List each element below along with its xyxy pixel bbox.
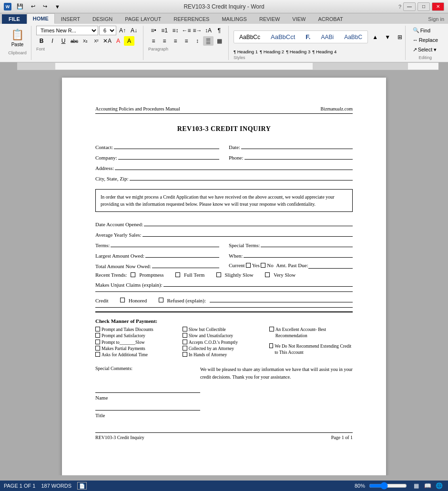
terms-label: Terms: — [95, 242, 110, 248]
phone-line — [244, 153, 353, 160]
notice-box: In order that we might process a Credit … — [95, 189, 353, 212]
tab-references[interactable]: REFERENCES — [167, 14, 215, 24]
quick-save-btn[interactable]: 💾 — [14, 2, 26, 11]
numbering-btn[interactable]: ≡1 — [159, 26, 170, 35]
address-line — [115, 163, 353, 170]
clear-formatting-btn[interactable]: ✕A — [102, 36, 112, 46]
date-label: Date: — [229, 144, 240, 150]
find-btn[interactable]: 🔍 Find — [410, 26, 440, 35]
align-left-btn[interactable]: ≡ — [148, 36, 159, 46]
replace-btn[interactable]: ↔ Replace — [410, 36, 440, 44]
style-heading2[interactable]: F. — [301, 32, 315, 42]
manner-item-7: Slow and Unsatisfactory — [183, 333, 266, 339]
manner-cb-9 — [183, 346, 187, 351]
manner-label-8: Accepts C.O.D.'s Promptly — [189, 340, 238, 346]
manner-cb-7 — [183, 333, 187, 338]
divider2 — [95, 307, 353, 308]
styles-expand[interactable]: ⊞ — [395, 32, 405, 42]
avg-sales-line — [143, 230, 353, 237]
contact-line — [114, 142, 219, 149]
amt-past-due-label: Amt. Past Due: — [276, 262, 308, 268]
align-right-btn[interactable]: ≡ — [170, 36, 181, 46]
help-icon[interactable]: ? — [398, 4, 401, 10]
justify-btn[interactable]: ≡ — [181, 36, 192, 46]
align-center-btn[interactable]: ≡ — [159, 36, 170, 46]
company-phone-row: Company: Phone: — [95, 153, 353, 160]
manner-item-11: An Excellent Account- Best Recommendatio… — [269, 327, 353, 340]
special-section: Special Comments: We will be pleased to … — [95, 366, 353, 381]
font-name-selector[interactable]: Times New R... — [36, 26, 98, 35]
styles-scroll-up[interactable]: ▲ — [370, 32, 380, 42]
strikethrough-btn[interactable]: abc — [69, 36, 80, 46]
manner-cb-11 — [269, 327, 274, 331]
quick-extra-btn[interactable]: ▼ — [52, 2, 62, 11]
quick-redo-btn[interactable]: ↪ — [41, 2, 50, 11]
svg-rect-1 — [17, 63, 55, 70]
style-heading3[interactable]: AABi — [316, 32, 338, 42]
contact-date-row: Contact: Date: — [95, 142, 353, 150]
multilevel-btn[interactable]: ≡↕ — [170, 26, 181, 35]
font-shrink-btn[interactable]: A↓ — [129, 26, 139, 35]
maximize-btn[interactable]: □ — [417, 2, 430, 11]
bold-btn[interactable]: B — [36, 36, 47, 46]
italic-btn[interactable]: I — [47, 36, 58, 46]
decrease-indent-btn[interactable]: ←≡ — [181, 26, 192, 35]
tab-home[interactable]: HOME — [27, 13, 55, 24]
tab-page-layout[interactable]: PAGE LAYOUT — [119, 14, 167, 24]
contact-label: Contact: — [95, 144, 113, 150]
when-line — [244, 251, 353, 258]
date-account-line — [144, 220, 353, 226]
underline-btn[interactable]: U — [58, 36, 69, 46]
refused-label: Refused (explain): — [167, 298, 206, 303]
manner-label-12: We Do Not Recommend Extending Credit to … — [275, 343, 353, 356]
manner-item-1: Prompt and Takes Discounts — [95, 327, 179, 333]
line-spacing-btn[interactable]: ↕ — [192, 36, 203, 46]
select-btn[interactable]: ↗ Select ▾ — [410, 45, 440, 54]
manner-item-3: Prompt to_______Slow — [95, 340, 179, 346]
when-field: When: — [229, 251, 353, 259]
tab-file[interactable]: FILE — [2, 14, 27, 24]
tab-insert[interactable]: INSERT — [55, 14, 86, 24]
subscript-btn[interactable]: X₂ — [80, 36, 91, 46]
page-footer: REV103-3 Credit Inquiry Page 1 of 1 — [95, 432, 353, 440]
phone-label: Phone: — [229, 155, 244, 160]
no-label: No — [265, 262, 273, 268]
highlight-btn[interactable]: A — [124, 36, 134, 46]
style-normal[interactable]: AaBbCc — [235, 32, 265, 42]
shading-btn[interactable]: ▒ — [203, 36, 214, 46]
style-heading1[interactable]: AaBbCct — [266, 32, 299, 42]
tab-acrobat[interactable]: ACROBAT — [312, 14, 349, 24]
style-heading4[interactable]: AaBbC — [340, 32, 367, 42]
bullets-btn[interactable]: ≡• — [148, 26, 159, 35]
header-left: Accounting Policies and Procedures Manua… — [95, 106, 180, 111]
borders-btn[interactable]: ▦ — [214, 36, 224, 46]
sort-btn[interactable]: ↕A — [203, 26, 214, 35]
sign-in-link[interactable]: Sign in — [424, 14, 448, 24]
minimize-btn[interactable]: — — [403, 2, 416, 11]
superscript-btn[interactable]: X² — [91, 36, 102, 46]
show-marks-btn[interactable]: ¶ — [214, 26, 224, 35]
increase-indent-btn[interactable]: ≡→ — [192, 26, 203, 35]
paste-button[interactable]: 📋 Paste — [8, 26, 27, 50]
text-color-btn[interactable]: A — [113, 36, 123, 46]
close-btn[interactable]: ✕ — [432, 2, 444, 11]
tab-view[interactable]: VIEW — [286, 14, 312, 24]
styles-scroll-down[interactable]: ▼ — [382, 32, 393, 42]
tab-mailings[interactable]: MAILINGS — [215, 14, 253, 24]
paste-label: Paste — [11, 42, 24, 47]
tab-design[interactable]: DESIGN — [86, 14, 119, 24]
terms-line — [111, 240, 219, 247]
font-grow-btn[interactable]: A↑ — [117, 26, 128, 35]
honored-cb — [120, 298, 125, 302]
font-size-selector[interactable]: 6 — [99, 26, 116, 35]
quick-undo-btn[interactable]: ↩ — [29, 2, 38, 11]
manner-label-10: In Hands of Attorney — [189, 352, 227, 358]
tab-review[interactable]: REVIEW — [253, 14, 286, 24]
manner-label-1: Prompt and Takes Discounts — [102, 327, 153, 333]
full-term-cb — [175, 272, 180, 277]
manner-cb-1 — [95, 327, 100, 331]
manner-item-12: We Do Not Recommend Extending Credit to … — [269, 343, 353, 356]
company-field: Company: — [95, 153, 219, 160]
document-area: Accounting Policies and Procedures Manua… — [0, 70, 448, 475]
promptness-cb — [131, 272, 135, 277]
